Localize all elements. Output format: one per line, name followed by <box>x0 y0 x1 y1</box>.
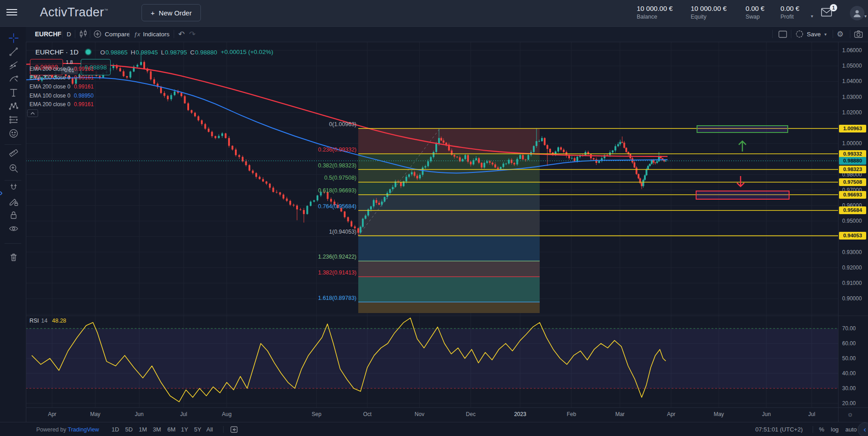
redo-icon[interactable]: ↷ <box>189 26 195 42</box>
hide-all-icon[interactable] <box>8 223 19 234</box>
magnet-icon[interactable] <box>8 182 19 193</box>
time-axis-label: Aug <box>218 411 236 417</box>
time-axis-label: Sep <box>307 411 326 417</box>
lock-all-icon[interactable] <box>8 210 19 220</box>
camera-icon[interactable] <box>854 26 863 42</box>
forecast-icon[interactable] <box>8 114 19 125</box>
clock: 07:51:01 (UTC+2) <box>726 422 803 436</box>
emoji-icon[interactable] <box>8 128 19 139</box>
price-axis-tick: 0.95000 <box>842 218 862 224</box>
price-level-badge: 0.97508 <box>839 178 866 186</box>
legend-change: +0.00015 (+0.02%) <box>221 49 273 55</box>
menu-icon[interactable] <box>6 9 17 17</box>
fib-level-label: 1.382(0.91413) <box>318 269 356 276</box>
range-button-all[interactable]: All <box>206 422 213 436</box>
time-axis-label: Oct <box>358 411 376 417</box>
crosshair-icon[interactable] <box>8 33 19 44</box>
goto-date-icon[interactable] <box>230 422 238 436</box>
rsi-period: 14 <box>41 318 48 324</box>
indicator-row[interactable]: EMA 200 close 00.99161 <box>29 82 93 91</box>
undo-icon[interactable]: ↶ <box>178 26 185 42</box>
indicator-value: 0.99161 <box>74 74 93 81</box>
text-icon[interactable] <box>8 87 19 98</box>
legend-symbol[interactable]: EURCHF · 1D <box>35 48 78 56</box>
fib-level-label: 0.5(0.97508) <box>324 175 356 181</box>
save-button[interactable]: Save ▾ <box>795 26 827 42</box>
range-button-5y[interactable]: 5Y <box>194 422 201 436</box>
price-axis-tick: 1.06000 <box>842 47 862 54</box>
time-axis-label: May <box>86 411 104 417</box>
range-button-1d[interactable]: 1D <box>112 422 119 436</box>
price-axis-tick: 0.93000 <box>842 249 862 255</box>
fib-level-label: 1.236(0.92422) <box>318 254 356 260</box>
rsi-axis-tick: 30.00 <box>842 385 856 392</box>
indicator-label: EMA 200 close 0 <box>29 101 70 108</box>
price-chart-canvas[interactable] <box>0 0 868 436</box>
auto-scale-button[interactable]: auto <box>845 422 857 436</box>
symbol-button[interactable]: EURCHF <box>35 26 61 42</box>
range-button-5d[interactable]: 5D <box>125 422 133 436</box>
interval-button[interactable]: D <box>67 26 71 42</box>
zoom-in-icon[interactable] <box>8 163 19 174</box>
avatar-caret-icon[interactable]: ▾ <box>864 14 867 19</box>
time-axis-label: Apr <box>43 411 61 417</box>
indicator-row[interactable]: EMA 200 close 00.99161 <box>29 73 93 83</box>
indicator-row[interactable]: EMA 200 close 00.99161 <box>29 64 93 73</box>
range-button-6m[interactable]: 6M <box>167 422 176 436</box>
time-axis-label: Mar <box>611 411 629 417</box>
log-scale-button[interactable]: log <box>831 422 839 436</box>
fib-level-label: 0.764(0.95684) <box>318 203 356 210</box>
chart-legend: EURCHF · 1D O0.98865H0.98945L0.98795C0.9… <box>35 48 273 56</box>
equity-stat: 10 000.00 €Equity <box>691 5 727 20</box>
rsi-axis-tick: 20.00 <box>842 400 856 407</box>
new-order-button[interactable]: + New Order <box>141 4 201 21</box>
price-axis-tick: 1.03000 <box>842 94 862 100</box>
range-button-1m[interactable]: 1M <box>139 422 147 436</box>
indicator-label: EMA 200 close 0 <box>29 66 70 72</box>
indicator-value: 0.99161 <box>74 66 93 72</box>
brush-icon[interactable] <box>8 73 19 84</box>
rsi-axis-tick: 50.00 <box>842 355 856 362</box>
fib-retracement-icon[interactable] <box>8 60 19 71</box>
mail-badge: 1 <box>830 4 837 11</box>
drawing-lock-icon[interactable] <box>8 196 19 207</box>
avatar[interactable] <box>850 6 864 20</box>
price-axis[interactable]: 1.060001.050001.040001.030001.020001.000… <box>839 42 868 407</box>
fib-level-label: 0.618(0.96693) <box>318 187 356 194</box>
range-button-1y[interactable]: 1Y <box>181 422 188 436</box>
ohlc-value: 0.98945 <box>136 49 158 56</box>
current-price-badge: 0.98880 <box>839 157 866 165</box>
indicator-row[interactable]: EMA 200 close 00.99161 <box>29 100 93 109</box>
balance-stat: 10 000.00 €Balance <box>637 5 673 20</box>
tradingview-link[interactable]: TradingView <box>68 426 99 433</box>
indicator-row[interactable]: EMA 100 close 00.98950 <box>29 91 93 100</box>
ruler-icon[interactable] <box>8 147 19 158</box>
time-axis[interactable]: ☼ AprMayJunJulAugSepOctNovDec2023FebMarA… <box>0 407 868 422</box>
settings-gear-icon[interactable]: ⚙ <box>837 26 844 42</box>
price-level-badge: 1.00963 <box>839 125 866 132</box>
percent-scale-button[interactable]: % <box>819 422 824 436</box>
axis-settings-icon[interactable]: ☼ <box>847 410 853 418</box>
chart-type-icon[interactable] <box>79 26 88 42</box>
ohlc-value: 0.98880 <box>195 49 217 56</box>
remove-drawings-icon[interactable] <box>8 251 19 262</box>
object-tree-toggle-icon[interactable]: › <box>0 187 3 198</box>
fib-level-label: 0.236(0.99332) <box>318 147 356 153</box>
price-axis-border <box>838 42 839 422</box>
range-button-3m[interactable]: 3M <box>153 422 161 436</box>
indicator-label: EMA 200 close 0 <box>29 83 70 90</box>
indicators-button[interactable]: ƒx Indicators <box>134 26 170 42</box>
xabcd-pattern-icon[interactable] <box>8 101 19 112</box>
price-level-badge: 0.99332 <box>839 150 866 158</box>
time-axis-label: Jun <box>757 411 775 417</box>
layout-icon[interactable] <box>778 26 787 42</box>
collapse-panel-icon[interactable]: ‹ <box>858 422 868 436</box>
fib-level-label: 1(0.94053) <box>329 229 356 235</box>
rsi-name[interactable]: RSI <box>29 318 39 324</box>
collapse-indicators-button[interactable] <box>27 109 38 117</box>
trend-line-icon[interactable] <box>8 46 19 57</box>
top-bar: ActivTrader™ + New Order 10 000.00 €Bala… <box>0 0 868 27</box>
account-caret-icon[interactable]: ▾ <box>811 14 813 19</box>
indicator-value: 0.99161 <box>74 83 93 90</box>
compare-button[interactable]: Compare <box>93 26 130 42</box>
